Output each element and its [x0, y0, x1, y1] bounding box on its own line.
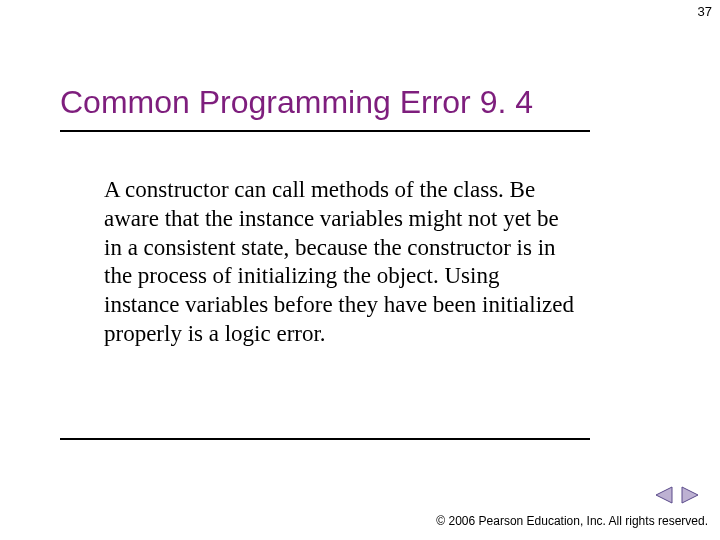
triangle-right-icon [680, 486, 700, 504]
svg-marker-1 [682, 487, 698, 503]
copyright-text: © 2006 Pearson Education, Inc. All right… [436, 514, 708, 528]
bottom-line [60, 438, 590, 440]
triangle-left-icon [654, 486, 674, 504]
page-number: 37 [698, 4, 712, 19]
title-underline [60, 130, 590, 132]
body-text: A constructor can call methods of the cl… [104, 176, 576, 349]
next-button[interactable] [680, 486, 700, 504]
prev-button[interactable] [654, 486, 674, 504]
svg-marker-0 [656, 487, 672, 503]
slide-title: Common Programming Error 9. 4 [60, 84, 533, 121]
nav-buttons [654, 486, 700, 504]
